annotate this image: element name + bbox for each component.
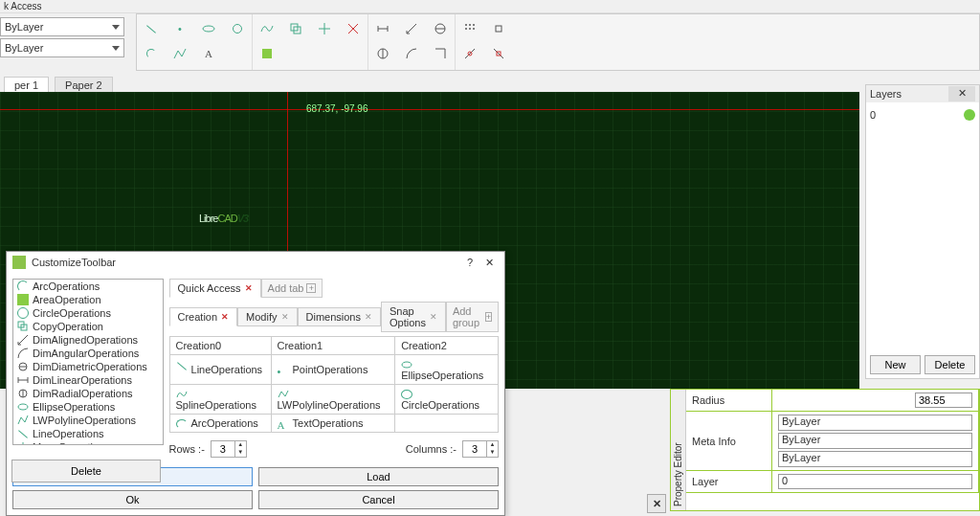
- tab-paper-1[interactable]: per 1: [4, 77, 49, 93]
- layer-delete-button[interactable]: Delete: [924, 355, 975, 374]
- list-item-label: DimAlignedOperations: [33, 334, 138, 346]
- list-item-label: CopyOperation: [33, 321, 103, 332]
- cols-up[interactable]: ▲: [486, 441, 498, 449]
- list-item[interactable]: LWPolylineOperations: [13, 414, 163, 427]
- tab-quick-access[interactable]: Quick Access✕: [169, 279, 261, 298]
- tab-dimensions[interactable]: Dimensions✕: [298, 307, 381, 326]
- dialog-help-button[interactable]: ?: [460, 257, 479, 268]
- grid-cell[interactable]: EllipseOperations: [395, 355, 499, 385]
- quick-access-label: k Access: [4, 1, 41, 11]
- layers-list[interactable]: 0: [866, 102, 979, 351]
- tool-spline-icon[interactable]: [256, 18, 278, 39]
- dialog-titlebar[interactable]: CustomizeToolbar ? ✕: [7, 252, 504, 273]
- columns-spinner[interactable]: ▲▼: [462, 440, 499, 458]
- tool-circle-icon[interactable]: [227, 18, 248, 39]
- prop-meta-1[interactable]: ByLayer: [778, 415, 972, 431]
- list-item[interactable]: MoveOperation: [13, 440, 163, 445]
- tool-dim4-icon[interactable]: [401, 43, 422, 64]
- rows-down[interactable]: ▼: [234, 449, 246, 457]
- prop-meta-2[interactable]: ByLayer: [778, 433, 972, 449]
- tab-close-icon[interactable]: ✕: [245, 283, 253, 293]
- tool-snap2-icon[interactable]: [488, 18, 509, 39]
- tool-snap1-icon[interactable]: [459, 43, 480, 64]
- cancel-button[interactable]: Cancel: [258, 490, 499, 509]
- svg-point-18: [18, 404, 28, 410]
- property-editor-label: Property Editor: [671, 390, 686, 510]
- layer-select-2[interactable]: ByLayer: [0, 38, 124, 57]
- tool-trim-icon[interactable]: [343, 18, 364, 39]
- grid-cell[interactable]: SplineOperations: [169, 385, 271, 415]
- tab-modify[interactable]: Modify✕: [237, 307, 297, 326]
- list-item[interactable]: ArcOperations: [13, 280, 163, 293]
- grid-cell[interactable]: [395, 415, 499, 433]
- list-item[interactable]: DimLinearOperations: [13, 373, 163, 387]
- list-item[interactable]: DimAngularOperations: [13, 347, 163, 360]
- list-item[interactable]: DimAlignedOperations: [13, 333, 163, 347]
- tool-dim1-icon[interactable]: [372, 18, 393, 39]
- rows-input[interactable]: [212, 441, 234, 457]
- grid-cell[interactable]: LineOperations: [169, 355, 271, 385]
- prop-meta-3[interactable]: ByLayer: [778, 451, 972, 467]
- svg-point-7: [473, 24, 475, 26]
- list-item[interactable]: CopyOperation: [13, 320, 163, 333]
- tool-area-icon[interactable]: [256, 43, 278, 64]
- list-item-label: MoveOperation: [33, 441, 104, 445]
- tool-snap3-icon[interactable]: [488, 43, 509, 64]
- document-tabs: per 1 Paper 2: [0, 77, 113, 93]
- columns-input[interactable]: [463, 441, 486, 457]
- layer-select-1[interactable]: ByLayer: [0, 17, 124, 36]
- layer-row[interactable]: 0: [870, 106, 975, 123]
- add-group-button[interactable]: Add group+: [446, 302, 499, 332]
- tool-blank2-icon: [285, 43, 306, 64]
- list-item[interactable]: AreaOperation: [13, 293, 163, 306]
- add-tab-button[interactable]: Add tab+: [261, 279, 323, 298]
- tab-paper-2[interactable]: Paper 2: [55, 77, 113, 93]
- layer-new-button[interactable]: New: [870, 355, 921, 374]
- tab-snap-options[interactable]: Snap Options✕: [381, 302, 446, 332]
- cols-down[interactable]: ▼: [486, 449, 498, 457]
- operations-list[interactable]: ArcOperations AreaOperation CircleOperat…: [12, 279, 164, 445]
- list-item[interactable]: DimRadialOperations: [13, 387, 163, 400]
- tab-close-icon[interactable]: ✕: [365, 312, 372, 322]
- grid-cell[interactable]: ArcOperations: [169, 415, 271, 433]
- tool-dim2-icon[interactable]: [372, 43, 393, 64]
- grid-cell[interactable]: PointOperations: [271, 355, 395, 385]
- list-item[interactable]: LineOperations: [13, 427, 163, 440]
- layer-visibility-icon[interactable]: [964, 109, 975, 121]
- dialog-title: CustomizeToolbar: [32, 257, 460, 268]
- tool-snap-grid-icon[interactable]: [459, 18, 480, 39]
- list-item-label: ArcOperations: [33, 280, 100, 292]
- list-item[interactable]: DimDiametricOperations: [13, 360, 163, 373]
- tool-dim5-icon[interactable]: [430, 18, 451, 39]
- delete-button[interactable]: Delete: [11, 460, 161, 482]
- prop-layer-select[interactable]: 0: [778, 474, 972, 489]
- tab-close-icon[interactable]: ✕: [430, 312, 437, 322]
- tool-dim6-icon[interactable]: [430, 43, 451, 64]
- dialog-close-button[interactable]: ✕: [479, 257, 499, 269]
- panel-close-button[interactable]: ✕: [647, 494, 666, 513]
- tool-ellipse-icon[interactable]: [198, 18, 219, 39]
- prop-radius-input[interactable]: [915, 393, 972, 408]
- tool-arc-icon[interactable]: [141, 43, 162, 64]
- tab-close-icon[interactable]: ✕: [221, 312, 229, 322]
- rows-spinner[interactable]: ▲▼: [211, 440, 247, 458]
- layers-close-icon[interactable]: ✕: [948, 86, 975, 101]
- grid-cell[interactable]: TextOperations: [271, 415, 395, 433]
- list-item-label: DimRadialOperations: [33, 388, 133, 399]
- grid-cell[interactable]: CircleOperations: [395, 385, 499, 415]
- load-button[interactable]: Load: [258, 467, 499, 486]
- tab-close-icon[interactable]: ✕: [281, 312, 289, 322]
- tab-creation[interactable]: Creation✕: [169, 307, 238, 326]
- rows-up[interactable]: ▲: [234, 441, 246, 449]
- tool-point-icon[interactable]: [169, 18, 190, 39]
- grid-cell[interactable]: LWPolylineOperations: [271, 385, 395, 415]
- list-item[interactable]: CircleOperations: [13, 306, 163, 320]
- ok-button[interactable]: Ok: [12, 490, 253, 509]
- tool-copy-icon[interactable]: [285, 18, 306, 39]
- tool-line-icon[interactable]: [141, 18, 162, 39]
- tool-polyline-icon[interactable]: [169, 43, 190, 64]
- tool-dim3-icon[interactable]: [401, 18, 422, 39]
- tool-text-icon[interactable]: [198, 43, 219, 64]
- tool-move-icon[interactable]: [314, 18, 335, 39]
- list-item[interactable]: EllipseOperations: [13, 400, 163, 414]
